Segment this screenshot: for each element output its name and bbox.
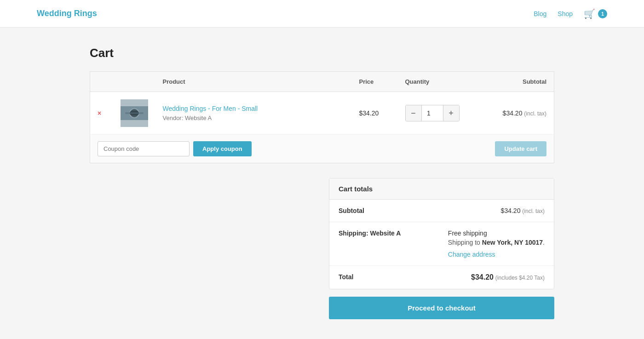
- remove-cell: ×: [90, 92, 113, 135]
- col-header-remove: [90, 72, 113, 92]
- change-address-link[interactable]: Change address: [448, 251, 545, 258]
- page-title: Cart: [90, 46, 554, 60]
- cart-totals: Cart totals Subtotal $34.20 (incl. tax) …: [329, 178, 554, 289]
- cart-icon-wrapper[interactable]: 🛒 1: [584, 8, 607, 19]
- col-header-price: Price: [352, 72, 398, 92]
- cart-totals-container: Cart totals Subtotal $34.20 (incl. tax) …: [329, 178, 554, 319]
- shipping-label: Shipping: Website A: [339, 230, 408, 237]
- remove-item-button[interactable]: ×: [98, 109, 101, 117]
- shipping-location: New York, NY 10017: [482, 239, 543, 246]
- proceed-to-checkout-button[interactable]: Proceed to checkout: [329, 297, 554, 319]
- subtotal-label: Subtotal: [339, 207, 408, 214]
- nav-shop[interactable]: Shop: [558, 10, 573, 17]
- col-header-product: Product: [155, 72, 352, 92]
- cart-totals-section: Cart totals Subtotal $34.20 (incl. tax) …: [90, 178, 554, 319]
- main-nav: Blog Shop 🛒 1: [534, 8, 607, 19]
- coupon-cell: Apply coupon Update cart: [90, 135, 554, 163]
- cart-table-header: Product Price Quantity Subtotal: [90, 72, 554, 92]
- total-row: Total $34.20 (includes $4.20 Tax): [329, 266, 554, 289]
- cart-icon: 🛒: [584, 8, 595, 19]
- apply-coupon-button[interactable]: Apply coupon: [193, 141, 252, 156]
- quantity-increase-button[interactable]: +: [443, 105, 459, 121]
- product-name-link[interactable]: Wedding Rings - For Men - Small: [163, 105, 345, 112]
- quantity-decrease-button[interactable]: −: [406, 105, 421, 121]
- coupon-row: Apply coupon Update cart: [90, 135, 554, 163]
- cart-badge: 1: [598, 9, 607, 18]
- product-price-cell: $34.20: [352, 92, 398, 135]
- coupon-row-inner: Apply coupon Update cart: [98, 141, 546, 156]
- coupon-left: Apply coupon: [98, 141, 252, 156]
- product-price: $34.20: [359, 109, 379, 117]
- cart-table: Product Price Quantity Subtotal ×: [90, 71, 554, 163]
- site-header: Wedding Rings Blog Shop 🛒 1: [0, 0, 644, 28]
- col-header-quantity: Quantity: [398, 72, 472, 92]
- shipping-details: Free shipping Shipping to New York, NY 1…: [448, 230, 545, 258]
- total-amount: $34.20: [471, 273, 494, 281]
- product-image-cell: [113, 92, 155, 135]
- svg-rect-4: [125, 112, 144, 114]
- shipping-free-text: Free shipping: [448, 230, 545, 237]
- site-logo[interactable]: Wedding Rings: [37, 9, 97, 18]
- product-image: [121, 99, 148, 127]
- total-label: Total: [339, 273, 408, 281]
- product-quantity-cell: − +: [398, 92, 472, 135]
- col-header-image: [113, 72, 155, 92]
- update-cart-button[interactable]: Update cart: [495, 141, 546, 156]
- product-subtotal-cell: $34.20 (incl. tax): [472, 92, 554, 135]
- checkout-btn-wrapper: Proceed to checkout: [329, 297, 554, 319]
- product-subtotal: $34.20: [503, 109, 523, 117]
- product-vendor: Vendor: Website A: [163, 115, 212, 121]
- total-value: $34.20 (includes $4.20 Tax): [471, 273, 545, 282]
- cart-totals-header: Cart totals: [329, 178, 554, 200]
- nav-blog[interactable]: Blog: [534, 10, 546, 17]
- coupon-input[interactable]: [98, 141, 190, 156]
- table-row: × Wedding Rings - For Men - Sma: [90, 92, 554, 135]
- subtotal-value: $34.20 (incl. tax): [501, 207, 545, 214]
- quantity-input[interactable]: [421, 105, 443, 121]
- product-subtotal-tax: (incl. tax): [524, 110, 546, 117]
- main-content: Cart Product Price Quantity Subtotal ×: [80, 28, 564, 338]
- shipping-to: Shipping to New York, NY 10017.: [448, 239, 545, 246]
- total-tax: (includes $4.20 Tax): [495, 275, 545, 281]
- quantity-control: − +: [405, 105, 460, 121]
- subtotal-row: Subtotal $34.20 (incl. tax): [329, 200, 554, 222]
- cart-totals-title: Cart totals: [339, 185, 373, 193]
- product-info-cell: Wedding Rings - For Men - Small Vendor: …: [155, 92, 352, 135]
- col-header-subtotal: Subtotal: [472, 72, 554, 92]
- shipping-row: Shipping: Website A Free shipping Shippi…: [329, 222, 554, 266]
